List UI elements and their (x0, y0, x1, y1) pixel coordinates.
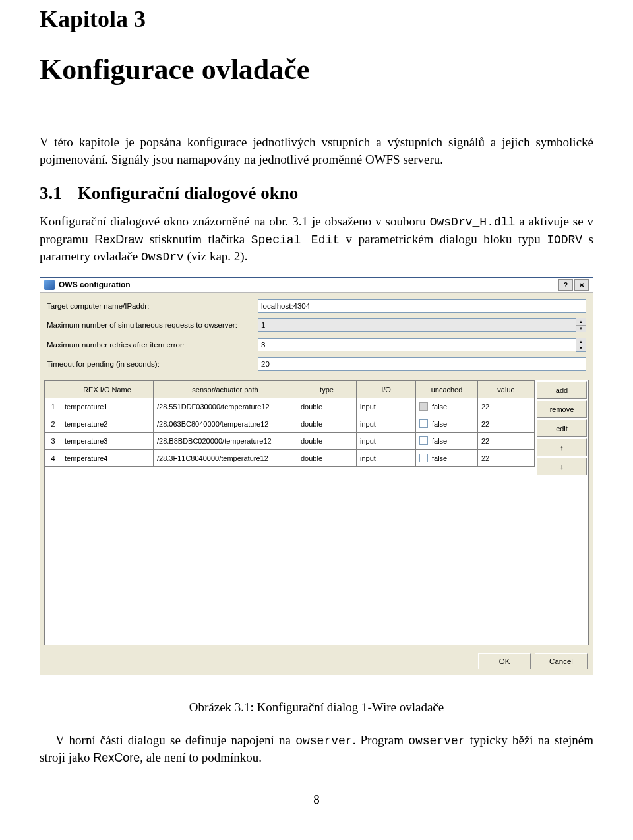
chapter-title: Konfigurace ovladače (40, 53, 593, 86)
maxreq-input[interactable]: 1 (258, 318, 576, 332)
app-icon (44, 280, 55, 290)
checkbox-icon[interactable] (419, 436, 428, 445)
move-down-button[interactable]: ↓ (537, 458, 587, 475)
window-title: OWS configuration (59, 280, 558, 289)
window-titlebar: OWS configuration ? ✕ (40, 278, 593, 293)
bottom-paragraph: V horní části dialogu se definuje napoje… (40, 732, 593, 766)
col-header-uncached: uncached (416, 381, 478, 398)
maxreq-spinner[interactable]: ▲▼ (576, 318, 586, 332)
page-number: 8 (40, 793, 593, 807)
maxreq-label: Maximum number of simultaneous requests … (47, 321, 258, 329)
help-button[interactable]: ? (558, 279, 573, 291)
remove-button[interactable]: remove (537, 400, 587, 418)
add-button[interactable]: add (537, 381, 587, 399)
timeout-input[interactable]: 20 (258, 357, 586, 371)
dialog-screenshot: OWS configuration ? ✕ Target computer na… (40, 277, 593, 675)
io-table: REX I/O Name sensor/actuator path type I… (45, 380, 535, 467)
table-row[interactable]: 4 temperature4 /28.3F11C8040000/temperat… (45, 450, 535, 467)
section-number: 3.1 (40, 183, 62, 203)
retries-label: Maximum number retries after item error: (47, 341, 258, 349)
cancel-button[interactable]: Cancel (535, 653, 588, 669)
checkbox-icon[interactable] (419, 419, 428, 428)
section-heading: 3.1Konfigurační dialogové okno (40, 183, 593, 204)
col-header-value: value (478, 381, 535, 398)
timeout-label: Timeout for pending (in seconds): (47, 360, 258, 368)
checkbox-icon[interactable] (419, 454, 428, 462)
edit-button[interactable]: edit (537, 419, 587, 437)
close-button[interactable]: ✕ (574, 279, 589, 291)
col-header-index (45, 381, 61, 398)
table-row[interactable]: 1 temperature1 /28.551DDF030000/temperat… (45, 398, 535, 415)
col-header-path: sensor/actuator path (154, 381, 297, 398)
intro-paragraph: V této kapitole je popsána konfigurace j… (40, 134, 593, 167)
checkbox-icon[interactable] (419, 402, 428, 411)
col-header-io: I/O (357, 381, 416, 398)
table-row[interactable]: 2 temperature2 /28.063BC8040000/temperat… (45, 415, 535, 433)
target-label: Target computer name/IPaddr: (47, 302, 258, 310)
col-header-name: REX I/O Name (61, 381, 154, 398)
target-input[interactable]: localhost:4304 (258, 299, 586, 313)
retries-spinner[interactable]: ▲▼ (576, 338, 586, 352)
move-up-button[interactable]: ↑ (537, 438, 587, 456)
chapter-label: Kapitola 3 (40, 5, 593, 33)
ok-button[interactable]: OK (478, 653, 531, 669)
col-header-type: type (297, 381, 357, 398)
retries-input[interactable]: 3 (258, 338, 576, 351)
section-paragraph: Konfigurační dialogové okno znázorněné n… (40, 213, 593, 265)
figure-caption: Obrázek 3.1: Konfigurační dialog 1-Wire … (40, 700, 593, 715)
table-row[interactable]: 3 temperature3 /28.B8BDBC020000/temperat… (45, 433, 535, 450)
section-title: Konfigurační dialogové okno (78, 183, 299, 203)
